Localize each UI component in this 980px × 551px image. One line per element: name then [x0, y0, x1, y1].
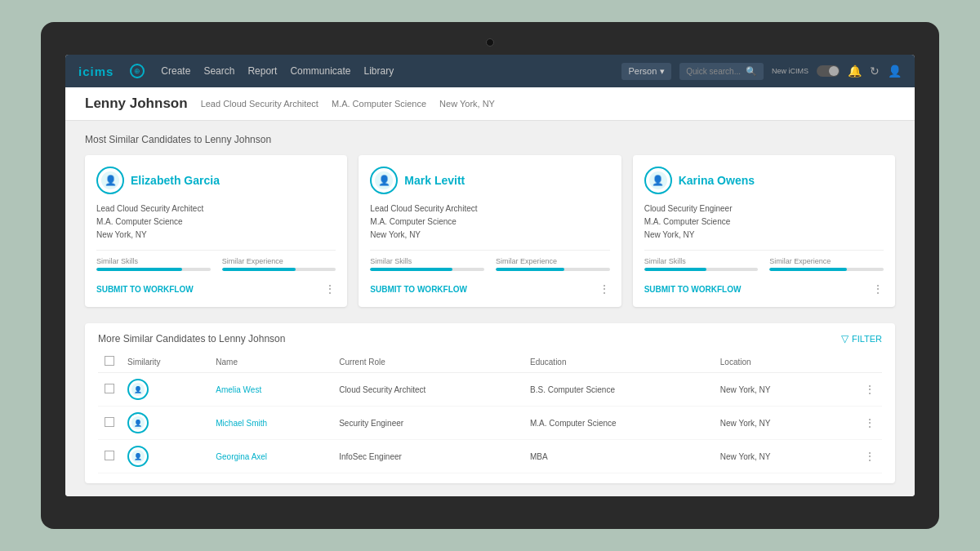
row-similarity-2: 👤: [121, 440, 209, 473]
search-placeholder: Quick search...: [686, 67, 741, 76]
row-education-1: M.A. Computer Science: [523, 407, 714, 440]
col-name: Name: [209, 351, 332, 373]
col-role: Current Role: [332, 351, 523, 373]
search-icon: 🔍: [746, 66, 757, 77]
card-info-1: Lead Cloud Security Architect M.A. Compu…: [370, 202, 609, 242]
profile-education: M.A. Computer Science: [332, 99, 426, 109]
card-header-0: 👤 Elizabeth Garcia: [96, 167, 336, 194]
row-similarity-1: 👤: [121, 407, 209, 440]
filter-icon: ▽: [841, 333, 849, 344]
card-name-1[interactable]: Mark Levitt: [404, 174, 465, 187]
profile-name: Lenny Johnson: [85, 96, 188, 112]
row-education-0: B.S. Computer Science: [523, 373, 714, 407]
table-header: Similarity Name Current Role Education L…: [98, 351, 882, 373]
card-name-2[interactable]: Karina Owens: [679, 174, 755, 187]
table-row: 👤 Amelia West Cloud Security Architect B…: [98, 373, 882, 407]
table-row: 👤 Georgina Axel InfoSec Engineer MBA New…: [98, 440, 882, 473]
navbar: icims ⊕ Create Search Report Communicate…: [65, 55, 915, 87]
avatar-2: 👤: [644, 167, 672, 194]
refresh-icon[interactable]: ↻: [870, 64, 880, 78]
nav-library[interactable]: Library: [363, 65, 394, 77]
submit-0[interactable]: SUBMIT TO WORKFLOW: [96, 285, 194, 294]
screen: icims ⊕ Create Search Report Communicate…: [65, 55, 915, 496]
row-name-0[interactable]: Amelia West: [209, 373, 332, 407]
nav-links: Create Search Report Communicate Library: [161, 65, 394, 77]
select-all-checkbox[interactable]: [105, 356, 114, 366]
user-icon[interactable]: 👤: [888, 64, 902, 78]
main-content: Most Similar Candidates to Lenny Johnson…: [65, 121, 915, 496]
card-header-2: 👤 Karina Owens: [644, 167, 884, 194]
card-header-1: 👤 Mark Levitt: [370, 167, 609, 194]
new-icims-toggle[interactable]: [817, 65, 840, 77]
laptop-frame: icims ⊕ Create Search Report Communicate…: [41, 22, 939, 529]
similarity-1: Similar Skills Similar Experience: [370, 250, 609, 271]
row-location-0: New York, NY: [714, 373, 835, 407]
col-location: Location: [714, 351, 835, 373]
filter-button[interactable]: ▽ FILTER: [841, 333, 882, 344]
row-similarity-0: 👤: [121, 373, 209, 407]
row-role-2: InfoSec Engineer: [332, 440, 523, 473]
card-footer-0: SUBMIT TO WORKFLOW ⋮: [96, 278, 336, 295]
person-dropdown[interactable]: Person ▾: [621, 63, 671, 80]
profile-role: Lead Cloud Security Architect: [201, 99, 318, 109]
row-checkbox-2[interactable]: [98, 440, 121, 473]
similarity-2: Similar Skills Similar Experience: [644, 250, 884, 271]
col-similarity: Similarity: [121, 351, 209, 373]
card-name-0[interactable]: Elizabeth Garcia: [131, 174, 220, 187]
nav-right: Person ▾ Quick search... 🔍 New iCIMS 🔔 ↻…: [621, 63, 902, 80]
card-info-0: Lead Cloud Security Architect M.A. Compu…: [96, 202, 336, 242]
more-candidates-title: More Similar Candidates to Lenny Johnson: [98, 333, 285, 344]
new-icims-label: New iCIMS: [772, 67, 808, 75]
submit-1[interactable]: SUBMIT TO WORKFLOW: [370, 285, 467, 294]
card-info-2: Cloud Security Engineer M.A. Computer Sc…: [644, 202, 884, 242]
more-icon-2[interactable]: ⋮: [872, 282, 884, 295]
cards-container: 👤 Elizabeth Garcia Lead Cloud Security A…: [85, 155, 895, 307]
row-name-1[interactable]: Michael Smith: [209, 407, 332, 440]
more-icon-1[interactable]: ⋮: [599, 282, 610, 295]
globe-icon: ⊕: [130, 64, 145, 78]
candidate-card-0: 👤 Elizabeth Garcia Lead Cloud Security A…: [85, 155, 347, 307]
profile-location: New York, NY: [439, 99, 495, 109]
row-checkbox-1[interactable]: [98, 407, 121, 440]
similarity-0: Similar Skills Similar Experience: [96, 250, 336, 271]
row-location-2: New York, NY: [714, 440, 835, 473]
card-footer-1: SUBMIT TO WORKFLOW ⋮: [370, 278, 609, 295]
candidate-card-2: 👤 Karina Owens Cloud Security Engineer M…: [633, 155, 895, 307]
camera: [486, 38, 494, 47]
candidate-card-1: 👤 Mark Levitt Lead Cloud Security Archit…: [359, 155, 621, 307]
nav-create[interactable]: Create: [161, 65, 190, 77]
row-role-0: Cloud Security Architect: [332, 373, 523, 407]
more-icon-0[interactable]: ⋮: [324, 282, 336, 295]
row-checkbox-0[interactable]: [98, 373, 121, 407]
col-education: Education: [523, 351, 714, 373]
table-row: 👤 Michael Smith Security Engineer M.A. C…: [98, 407, 882, 440]
row-role-1: Security Engineer: [332, 407, 523, 440]
nav-search[interactable]: Search: [203, 65, 234, 77]
row-more-0[interactable]: ⋮: [835, 373, 882, 407]
col-checkbox: [98, 351, 121, 373]
row-more-2[interactable]: ⋮: [835, 440, 882, 473]
avatar-0: 👤: [96, 167, 124, 194]
row-location-1: New York, NY: [714, 407, 835, 440]
submit-2[interactable]: SUBMIT TO WORKFLOW: [644, 285, 742, 294]
table-header-row: More Similar Candidates to Lenny Johnson…: [98, 333, 882, 344]
top-candidates-title: Most Similar Candidates to Lenny Johnson: [85, 134, 895, 145]
nav-communicate[interactable]: Communicate: [290, 65, 350, 77]
candidates-table: Similarity Name Current Role Education L…: [98, 351, 882, 473]
row-education-2: MBA: [523, 440, 714, 473]
row-name-2[interactable]: Georgina Axel: [209, 440, 332, 473]
logo: icims: [78, 64, 114, 78]
row-more-1[interactable]: ⋮: [835, 407, 882, 440]
bell-icon[interactable]: 🔔: [848, 64, 862, 78]
profile-header: Lenny Johnson Lead Cloud Security Archit…: [65, 87, 915, 121]
nav-report[interactable]: Report: [247, 65, 277, 77]
avatar-1: 👤: [370, 167, 398, 194]
table-section: More Similar Candidates to Lenny Johnson…: [85, 323, 895, 483]
card-footer-2: SUBMIT TO WORKFLOW ⋮: [644, 278, 884, 295]
search-box[interactable]: Quick search... 🔍: [679, 63, 764, 80]
